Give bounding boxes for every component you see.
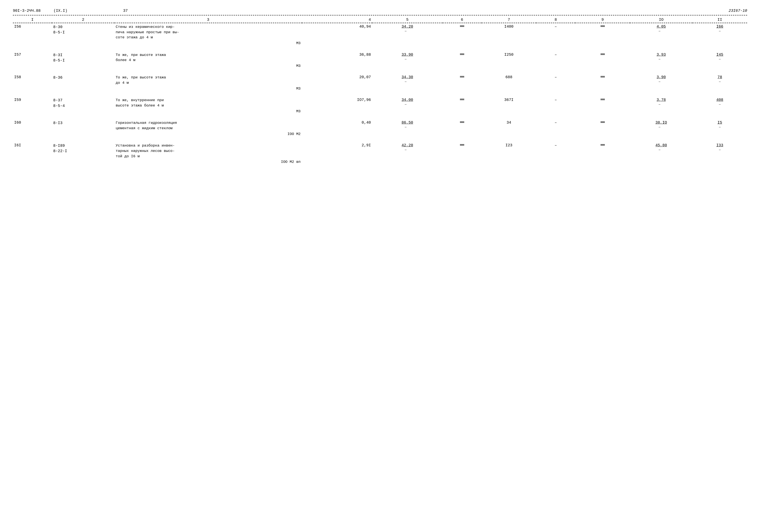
col-header-6: 6 xyxy=(443,17,482,23)
row-col11: I5— xyxy=(692,119,747,138)
row-col7: I250 xyxy=(482,51,536,70)
col-header-8: 8 xyxy=(536,17,575,23)
row-col8: – xyxy=(536,74,575,93)
row-col10: 3,93— xyxy=(630,51,692,70)
row-col9 xyxy=(575,96,630,115)
row-desc: Установка и разборка инвен-тарных наружн… xyxy=(115,142,302,166)
row-col4: 20,07 xyxy=(302,74,372,93)
doc-number: 23I67-10 xyxy=(729,9,747,13)
row-col9 xyxy=(575,142,630,166)
col-header-5: 5 xyxy=(372,17,443,23)
row-col6 xyxy=(443,51,482,70)
row-code: 8-3I 8-5-I xyxy=(52,51,115,70)
table-row: I588-36То же, при высоте этажадо 4 мМ320… xyxy=(13,74,747,93)
row-num: I6I xyxy=(13,142,52,166)
row-col11: I45— xyxy=(692,51,747,70)
row-num: I57 xyxy=(13,51,52,70)
row-col6 xyxy=(443,23,482,47)
row-col5: 34,00— xyxy=(372,96,443,115)
row-spacer xyxy=(13,70,747,74)
col-header-11: II xyxy=(692,17,747,23)
row-col5: 34,20— xyxy=(372,23,443,47)
row-col6 xyxy=(443,142,482,166)
row-col9 xyxy=(575,51,630,70)
col-header-4: 4 xyxy=(302,17,372,23)
row-col11: I33— xyxy=(692,142,747,166)
row-col10: 38,IO— xyxy=(630,119,692,138)
row-col8: – xyxy=(536,51,575,70)
subtitle: (IX.I) xyxy=(54,9,68,13)
row-col10: 3,90— xyxy=(630,74,692,93)
row-code: 8-30 8-5-I xyxy=(52,23,115,47)
row-spacer xyxy=(13,166,747,170)
row-col8: – xyxy=(536,142,575,166)
page-header: 90I-3-2ЧЧ.88 (IX.I) 37 23I67-10 xyxy=(13,9,747,13)
row-code: 8-36 xyxy=(52,74,115,93)
col-header-7: 7 xyxy=(482,17,536,23)
table-row: I598-37 8-5-4То же, внутрренние привысот… xyxy=(13,96,747,115)
row-num: I58 xyxy=(13,74,52,93)
row-col11: I66— xyxy=(692,23,747,47)
row-col10: 45,80— xyxy=(630,142,692,166)
table-row: I578-3I 8-5-IТо же, при высоте этажаболе… xyxy=(13,51,747,70)
col-header-1: I xyxy=(13,17,52,23)
row-col7: I23 xyxy=(482,142,536,166)
row-desc: То же, при высоте этажадо 4 мМ3 xyxy=(115,74,302,93)
row-num: I59 xyxy=(13,96,52,115)
row-num: I56 xyxy=(13,23,52,47)
header-divider xyxy=(13,15,747,16)
page-number: 37 xyxy=(123,9,128,13)
row-col9 xyxy=(575,74,630,93)
row-spacer xyxy=(13,47,747,51)
row-col5: 86,50— xyxy=(372,119,443,138)
row-spacer xyxy=(13,138,747,142)
col-header-9: 9 xyxy=(575,17,630,23)
row-col5: 42,20— xyxy=(372,142,443,166)
row-col7: 367I xyxy=(482,96,536,115)
table-row: I6I8-I89 8-22-IУстановка и разборка инве… xyxy=(13,142,747,166)
row-code: 8-I3 xyxy=(52,119,115,138)
main-table: I 2 3 4 5 6 7 8 9 IO II I568-30 8-5-IСте… xyxy=(13,17,747,170)
row-col11: 78— xyxy=(692,74,747,93)
col-header-2: 2 xyxy=(52,17,115,23)
row-spacer xyxy=(13,93,747,96)
row-col6 xyxy=(443,96,482,115)
row-col10: 4,05— xyxy=(630,23,692,47)
row-col4: 0,40 xyxy=(302,119,372,138)
row-col5: 33,90— xyxy=(372,51,443,70)
table-row: I608-I3Горизонтальная гидроизоляцияцемен… xyxy=(13,119,747,138)
row-col5: 34,30— xyxy=(372,74,443,93)
row-col4: 2,9I xyxy=(302,142,372,166)
row-col7: 688 xyxy=(482,74,536,93)
row-col10: 3,78— xyxy=(630,96,692,115)
row-col7: 34 xyxy=(482,119,536,138)
row-spacer xyxy=(13,115,747,119)
row-code: 8-I89 8-22-I xyxy=(52,142,115,166)
row-col9 xyxy=(575,119,630,138)
row-code: 8-37 8-5-4 xyxy=(52,96,115,115)
row-col8: – xyxy=(536,96,575,115)
row-col9 xyxy=(575,23,630,47)
row-col4: 40,94 xyxy=(302,23,372,47)
row-col8: – xyxy=(536,23,575,47)
row-col6 xyxy=(443,74,482,93)
column-headers: I 2 3 4 5 6 7 8 9 IO II xyxy=(13,17,747,23)
row-num: I60 xyxy=(13,119,52,138)
row-desc: То же, внутрренние привысоте этажа более… xyxy=(115,96,302,115)
row-desc: Горизонтальная гидроизоляцияцементная с … xyxy=(115,119,302,138)
row-col8: – xyxy=(536,119,575,138)
doc-ref: 90I-3-2ЧЧ.88 xyxy=(13,9,41,13)
row-desc: То же, при высоте этажаболее 4 мМ3 xyxy=(115,51,302,70)
row-desc: Стены из керамического кир-пича наружные… xyxy=(115,23,302,47)
row-col6 xyxy=(443,119,482,138)
row-col4: IO7,96 xyxy=(302,96,372,115)
row-col4: 36,88 xyxy=(302,51,372,70)
row-col7: I400 xyxy=(482,23,536,47)
col-header-3: 3 xyxy=(115,17,302,23)
col-header-10: IO xyxy=(630,17,692,23)
header-left: 90I-3-2ЧЧ.88 (IX.I) 37 xyxy=(13,9,128,13)
table-row: I568-30 8-5-IСтены из керамического кир-… xyxy=(13,23,747,47)
row-col11: 408— xyxy=(692,96,747,115)
